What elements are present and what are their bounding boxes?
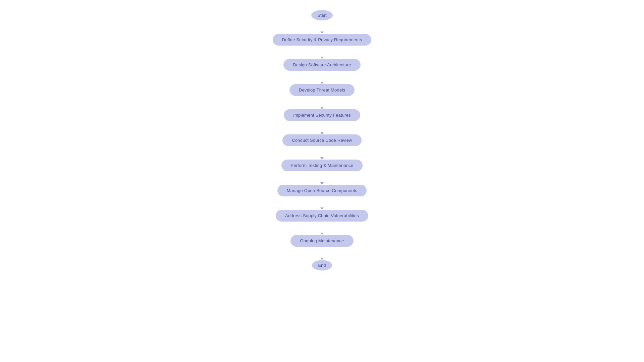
- connector-3: [320, 71, 324, 84]
- arrow: [320, 132, 324, 134]
- implement-box: Implement Security Features: [284, 109, 360, 121]
- arrow: [320, 207, 324, 210]
- develop-box: Develop Threat Models: [289, 84, 355, 96]
- define-node: Define Security & Privacy Requirements: [273, 34, 372, 46]
- arrow: [320, 82, 324, 84]
- end-circle: End: [312, 260, 332, 270]
- start-node: Start: [311, 10, 332, 20]
- connector-7: [320, 171, 324, 185]
- ongoing-box: Ongoing Maintenance: [290, 235, 353, 247]
- line: [322, 96, 322, 107]
- line: [322, 222, 322, 233]
- arrow: [320, 157, 324, 160]
- connector-2: [320, 46, 324, 59]
- conduct-node: Conduct Source Code Review: [282, 134, 361, 146]
- address-box: Address Supply Chain Vulnerabilities: [276, 210, 368, 222]
- design-box: Design Software Architecture: [283, 59, 360, 71]
- line: [322, 196, 322, 207]
- perform-box: Perform Testing & Maintenance: [281, 160, 363, 171]
- manage-box: Manage Open Source Components: [277, 185, 367, 196]
- address-node: Address Supply Chain Vulnerabilities: [276, 210, 368, 222]
- connector-8: [320, 196, 324, 210]
- flowchart: Start Define Security & Privacy Requirem…: [273, 0, 372, 284]
- connector-1: [320, 20, 324, 34]
- arrow: [320, 258, 324, 260]
- connector-6: [320, 146, 324, 160]
- design-node: Design Software Architecture: [283, 59, 360, 71]
- end-node: End: [312, 260, 332, 270]
- manage-node: Manage Open Source Components: [277, 185, 367, 196]
- develop-node: Develop Threat Models: [289, 84, 355, 96]
- line: [322, 20, 322, 32]
- line: [322, 121, 322, 132]
- arrow: [320, 182, 324, 185]
- line: [322, 46, 322, 57]
- line: [322, 171, 322, 182]
- arrow: [320, 107, 324, 109]
- line: [322, 247, 322, 258]
- conduct-box: Conduct Source Code Review: [282, 134, 361, 146]
- perform-node: Perform Testing & Maintenance: [281, 160, 363, 171]
- arrow: [320, 57, 324, 59]
- arrow: [320, 32, 324, 34]
- define-box: Define Security & Privacy Requirements: [273, 34, 372, 46]
- connector-9: [320, 222, 324, 235]
- ongoing-node: Ongoing Maintenance: [290, 235, 353, 247]
- line: [322, 146, 322, 157]
- arrow: [320, 233, 324, 235]
- connector-10: [320, 247, 324, 260]
- line: [322, 71, 322, 82]
- implement-node: Implement Security Features: [284, 109, 360, 121]
- connector-4: [320, 96, 324, 109]
- connector-5: [320, 121, 324, 134]
- start-circle: Start: [311, 10, 332, 20]
